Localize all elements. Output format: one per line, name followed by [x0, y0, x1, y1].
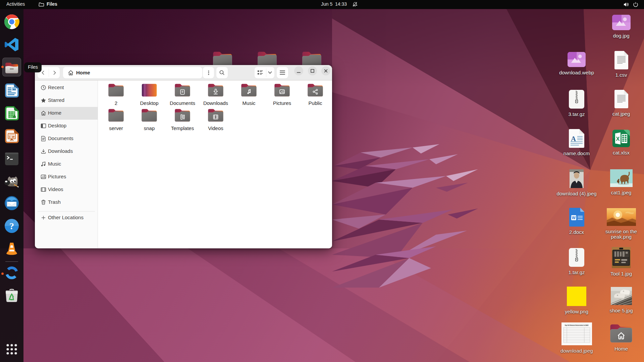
svg-text:Top 10 Chinese Universities in: Top 10 Chinese Universities in 2021 — [565, 324, 589, 326]
svg-text:X: X — [616, 136, 620, 142]
svg-text:W: W — [572, 216, 576, 220]
svg-text:?: ? — [9, 221, 14, 231]
